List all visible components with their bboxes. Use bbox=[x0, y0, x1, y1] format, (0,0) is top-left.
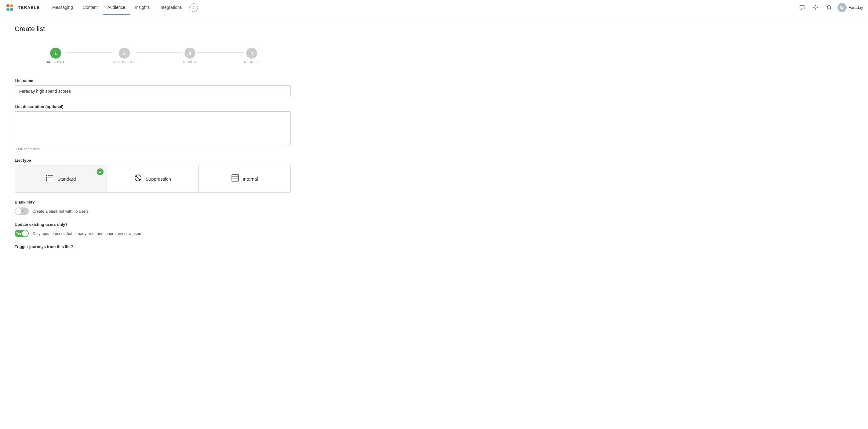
list-type-standard-check bbox=[97, 168, 103, 175]
list-name-label: List name bbox=[15, 78, 291, 83]
list-type-standard[interactable]: Standard bbox=[15, 165, 107, 192]
step-connector-2 bbox=[136, 53, 183, 53]
nav-integrations[interactable]: Integrations bbox=[155, 0, 187, 15]
chat-icon-button[interactable] bbox=[797, 3, 807, 12]
blank-list-toggle[interactable]: No bbox=[15, 207, 29, 215]
stepper: 1 BASIC INFO 2 CHOOSE CSV 3 REVIEW bbox=[15, 47, 291, 64]
svg-rect-6 bbox=[46, 177, 47, 178]
svg-point-2 bbox=[6, 8, 9, 11]
list-name-input[interactable] bbox=[15, 86, 291, 97]
step-2-label: CHOOSE CSV bbox=[113, 60, 136, 64]
gear-icon bbox=[813, 5, 818, 10]
step-1: 1 BASIC INFO bbox=[46, 47, 66, 64]
page-content: Create list 1 BASIC INFO 2 CHOOSE CSV 3 bbox=[0, 15, 305, 266]
help-button[interactable]: ? bbox=[189, 3, 198, 12]
svg-point-4 bbox=[815, 7, 816, 8]
svg-point-1 bbox=[10, 4, 13, 7]
update-existing-desc: Only update users that already exist and… bbox=[32, 231, 144, 236]
svg-rect-8 bbox=[48, 175, 53, 176]
step-1-circle: 1 bbox=[50, 47, 61, 59]
user-avatar[interactable]: RA Faraday bbox=[837, 3, 863, 12]
list-type-group: List type bbox=[15, 158, 291, 193]
step-4: 4 RESULTS bbox=[244, 47, 259, 64]
notification-icon-button[interactable] bbox=[824, 3, 834, 12]
create-list-form: List name List description (optional) 0/… bbox=[15, 78, 291, 249]
step-3: 3 REVIEW bbox=[183, 47, 197, 64]
update-existing-toggle-label: Yes bbox=[16, 232, 21, 235]
nav-links: Messaging Content Audience Insights Inte… bbox=[47, 0, 187, 15]
step-connector-1 bbox=[66, 53, 113, 53]
logo-text: ITERABLE bbox=[17, 5, 40, 10]
svg-rect-5 bbox=[46, 175, 47, 176]
update-existing-thumb bbox=[22, 230, 28, 236]
step-4-label: RESULTS bbox=[244, 60, 259, 64]
logo[interactable]: ITERABLE bbox=[5, 3, 40, 12]
svg-rect-10 bbox=[48, 180, 53, 180]
settings-icon-button[interactable] bbox=[811, 3, 820, 12]
update-existing-track: Yes bbox=[15, 230, 29, 237]
avatar-initials: RA bbox=[837, 3, 847, 12]
step-3-label: REVIEW bbox=[183, 60, 197, 64]
update-existing-label: Update existing users only? bbox=[15, 222, 291, 227]
bell-icon bbox=[826, 5, 832, 10]
page-title: Create list bbox=[15, 25, 291, 33]
step-3-circle: 3 bbox=[184, 47, 195, 59]
nav-messaging[interactable]: Messaging bbox=[47, 0, 78, 15]
blank-list-toggle-row: No Create a blank list with no users bbox=[15, 207, 291, 215]
list-type-options: Standard Suppression bbox=[15, 165, 291, 193]
nav-audience[interactable]: Audience bbox=[103, 0, 130, 15]
trigger-journeys-group: Trigger journeys from this list? bbox=[15, 244, 291, 249]
internal-label: Internal bbox=[243, 176, 258, 182]
update-existing-toggle-row: Yes Only update users that already exist… bbox=[15, 230, 291, 237]
list-type-internal[interactable]: Internal bbox=[198, 165, 290, 192]
standard-label: Standard bbox=[57, 176, 76, 182]
list-type-suppression[interactable]: Suppression bbox=[107, 165, 199, 192]
update-existing-group: Update existing users only? Yes Only upd… bbox=[15, 222, 291, 237]
list-description-input[interactable] bbox=[15, 111, 291, 145]
svg-point-0 bbox=[6, 4, 9, 7]
iterable-logo-icon bbox=[5, 3, 15, 12]
nav-content[interactable]: Content bbox=[78, 0, 103, 15]
blank-list-track bbox=[15, 207, 29, 215]
list-type-label: List type bbox=[15, 158, 291, 163]
blank-list-group: Blank list? No Create a blank list with … bbox=[15, 200, 291, 215]
step-2: 2 CHOOSE CSV bbox=[113, 47, 136, 64]
blank-list-thumb bbox=[15, 208, 21, 214]
internal-icon bbox=[231, 174, 239, 184]
step-1-label: BASIC INFO bbox=[46, 60, 66, 64]
step-2-circle: 2 bbox=[119, 47, 130, 59]
update-existing-toggle[interactable]: Yes bbox=[15, 230, 29, 237]
svg-line-12 bbox=[135, 175, 141, 180]
svg-point-3 bbox=[10, 8, 13, 11]
svg-rect-9 bbox=[48, 177, 53, 178]
step-connector-3 bbox=[197, 53, 244, 53]
char-count: 0/140 characters bbox=[15, 147, 291, 151]
suppression-label: Suppression bbox=[146, 176, 171, 182]
svg-rect-13 bbox=[232, 174, 239, 181]
nav-insights[interactable]: Insights bbox=[130, 0, 155, 15]
blank-list-desc: Create a blank list with no users bbox=[32, 209, 89, 213]
nav-right: RA Faraday bbox=[797, 3, 863, 12]
svg-rect-7 bbox=[46, 179, 47, 180]
list-name-group: List name bbox=[15, 78, 291, 97]
list-description-label: List description (optional) bbox=[15, 104, 291, 109]
list-description-group: List description (optional) 0/140 charac… bbox=[15, 104, 291, 151]
suppression-icon bbox=[134, 174, 142, 184]
user-name: Faraday bbox=[848, 5, 863, 10]
chat-icon bbox=[799, 5, 805, 10]
top-nav: ITERABLE Messaging Content Audience Insi… bbox=[0, 0, 868, 15]
standard-icon bbox=[45, 174, 54, 183]
step-4-circle: 4 bbox=[246, 47, 257, 59]
trigger-journeys-label: Trigger journeys from this list? bbox=[15, 244, 291, 249]
check-icon bbox=[98, 170, 102, 174]
blank-list-label: Blank list? bbox=[15, 200, 291, 204]
